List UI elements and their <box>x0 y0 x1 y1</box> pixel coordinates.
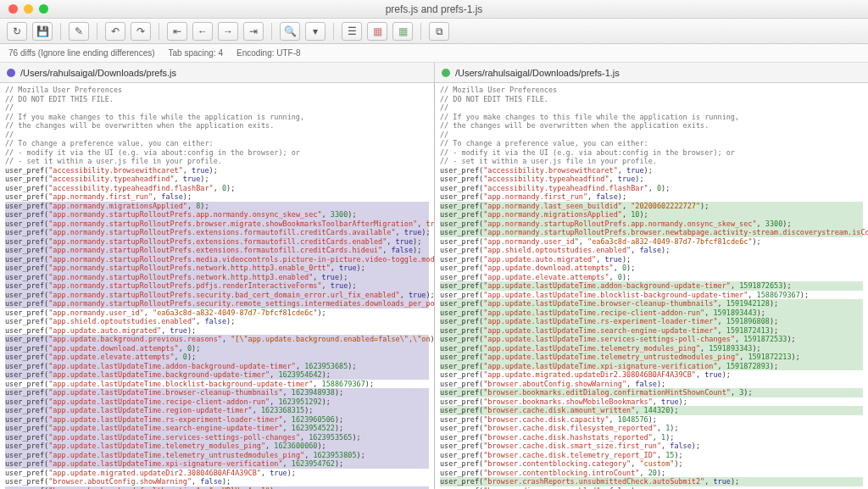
traffic-lights <box>0 4 48 14</box>
left-file-path[interactable]: /Users/rahulsaigal/Downloads/prefs.js <box>0 63 434 82</box>
right-dot-icon <box>442 69 450 77</box>
highlight-left-icon[interactable]: ▦ <box>367 22 387 41</box>
encoding: Encoding: UTF-8 <box>236 48 301 58</box>
zoom-icon[interactable]: 🔍 <box>280 22 300 41</box>
prev-diff-icon[interactable]: ← <box>192 22 213 41</box>
window-titlebar: prefs.js and prefs-1.js <box>0 0 868 19</box>
right-file-path[interactable]: /Users/rahulsaigal/Downloads/prefs-1.js <box>434 63 868 82</box>
left-path-label: /Users/rahulsaigal/Downloads/prefs.js <box>20 68 176 78</box>
left-pane[interactable]: // Mozilla User Preferences// DO NOT EDI… <box>0 83 434 489</box>
right-pane[interactable]: // Mozilla User Preferences// DO NOT EDI… <box>434 83 868 489</box>
close-button[interactable] <box>8 4 18 14</box>
highlight-right-icon[interactable]: ▦ <box>392 22 413 41</box>
window-title: prefs.js and prefs-1.js <box>386 3 483 15</box>
tab-spacing: Tab spacing: 4 <box>169 48 224 58</box>
first-diff-icon[interactable]: ⇤ <box>167 22 187 41</box>
last-diff-icon[interactable]: ⇥ <box>243 22 264 41</box>
save-icon[interactable]: 💾 <box>32 22 53 41</box>
zoom-dropdown-icon[interactable]: ▾ <box>305 22 326 41</box>
left-dot-icon <box>7 69 15 77</box>
diff-area: // Mozilla User Preferences// DO NOT EDI… <box>0 83 868 489</box>
list-view-icon[interactable]: ☰ <box>342 22 362 41</box>
redo-icon[interactable]: ↷ <box>131 22 151 41</box>
copy-icon[interactable]: ⧉ <box>429 22 449 41</box>
right-path-label: /Users/rahulsaigal/Downloads/prefs-1.js <box>455 68 620 78</box>
maximize-button[interactable] <box>39 4 48 14</box>
brush-icon[interactable]: ✎ <box>69 22 89 41</box>
refresh-icon[interactable]: ↻ <box>7 22 27 41</box>
path-bar: /Users/rahulsaigal/Downloads/prefs.js /U… <box>0 63 868 83</box>
status-bar: 76 diffs (Ignore line ending differences… <box>0 44 868 63</box>
next-diff-icon[interactable]: → <box>218 22 238 41</box>
diff-count: 76 diffs (Ignore line ending differences… <box>8 48 155 58</box>
toolbar: ↻ 💾 ✎ ↶ ↷ ⇤ ← → ⇥ 🔍 ▾ ☰ ▦ ▦ ⧉ <box>0 19 868 44</box>
minimize-button[interactable] <box>24 4 33 14</box>
undo-icon[interactable]: ↶ <box>105 22 125 41</box>
